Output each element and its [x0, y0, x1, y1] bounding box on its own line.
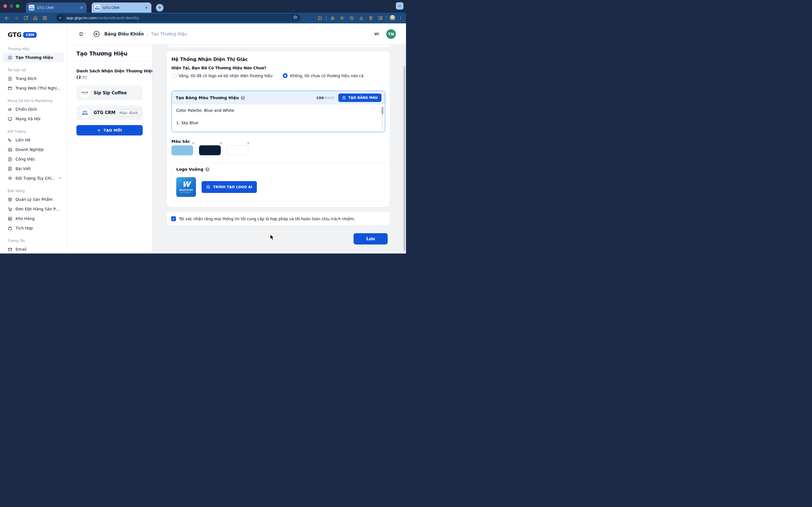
- zoom-window-button[interactable]: [16, 4, 19, 8]
- sidebar-item-email[interactable]: Email: [3, 244, 64, 253]
- legal-confirmation-row: Tôi xác nhận rằng mọi thông tin tôi cung…: [167, 212, 390, 225]
- radio-has-brand-label[interactable]: Vâng, tôi đã có logo và bộ nhận diện thư…: [179, 73, 273, 78]
- remove-swatch-icon[interactable]: ✕: [247, 142, 250, 145]
- colors-label: Màu Sắc: [171, 139, 190, 144]
- browser-toolbar: app.gtgcrm.com/content/brand-identity: [0, 13, 406, 23]
- radio-no-brand-selected[interactable]: [283, 73, 288, 78]
- favorites-button[interactable]: [337, 14, 347, 22]
- sidebar-item-mang-xa-hoi[interactable]: Mạng Xã Hội: [3, 114, 64, 124]
- breadcrumb-current: Tạo Thương Hiệu: [151, 32, 187, 37]
- brand-name: Sip Sip Coffee: [94, 91, 140, 96]
- history-button[interactable]: [347, 14, 356, 22]
- sidebar-item-label: Kho Hàng: [15, 216, 62, 221]
- forward-arrow-icon: [13, 15, 19, 21]
- brand-name: GTG CRM: [94, 110, 115, 115]
- radio-no-brand-label[interactable]: Không, tôi chưa có thương hiệu nào cả: [290, 73, 364, 78]
- sidebar-item-tao-thuong-hieu[interactable]: Tạo Thương Hiệu: [3, 53, 64, 62]
- radio-has-brand[interactable]: [171, 73, 176, 78]
- reading-list-button[interactable]: [375, 14, 385, 22]
- brand-card-sip-sip-coffee[interactable]: SIP SIP COFFEE. Sip Sip Coffee: [77, 86, 143, 100]
- swatch-white[interactable]: ✕: [227, 145, 248, 155]
- bookmark-star-icon: [293, 15, 298, 20]
- browser-tab-1[interactable]: GTGCRM GTG CRM ✕: [26, 3, 87, 13]
- site-settings-button[interactable]: [57, 15, 63, 21]
- swatch-dark-navy[interactable]: ✕: [199, 145, 221, 155]
- delete-browsing-data-button[interactable]: [366, 14, 375, 22]
- default-badge: Mặc định: [115, 109, 142, 117]
- split-view-icon: [42, 15, 47, 20]
- sidebar: GTG CRM Thương Hiệu Tạo Thương Hiệu Tài …: [0, 23, 67, 253]
- split-view-button[interactable]: [40, 14, 50, 22]
- gtg-crm-logo: GTG CRM: [80, 108, 90, 118]
- create-new-brand-button[interactable]: + TẠO MỚI: [77, 125, 143, 135]
- close-window-button[interactable]: [3, 4, 7, 8]
- sidebar-section-label: Bán Hàng: [3, 183, 64, 194]
- sidebar-item-bai-viet[interactable]: Bài Viết: [3, 164, 64, 173]
- gtg-crm-app: GTG CRM Thương Hiệu Tạo Thương Hiệu Tài …: [0, 23, 406, 253]
- remove-swatch-icon[interactable]: ✕: [219, 142, 222, 145]
- sidebar-item-cong-viec[interactable]: Công Việc: [3, 154, 64, 164]
- generate-logo-ai-button[interactable]: AI TRÌNH TẠO LOGO AI: [202, 181, 257, 193]
- breadcrumb-back-button[interactable]: [93, 31, 100, 38]
- uploaded-logo-thumbnail[interactable]: W WHATEVER STUDIO: [176, 177, 196, 197]
- layers-icon: [8, 176, 12, 181]
- textarea-scrollbar-thumb[interactable]: [382, 107, 384, 114]
- palette-textarea[interactable]: Color Palette: Blue and White 1. Sky Blu…: [172, 105, 385, 131]
- back-button[interactable]: [2, 14, 11, 22]
- history-clock-icon: [349, 15, 354, 21]
- home-icon: [33, 15, 38, 20]
- sidebar-item-doanh-nghiep[interactable]: Doanh Nghiệp: [3, 145, 64, 154]
- close-tab-icon[interactable]: ✕: [80, 6, 84, 10]
- trash-icon: [368, 15, 373, 20]
- extensions-button[interactable]: [315, 14, 325, 22]
- home-button[interactable]: [31, 14, 40, 22]
- incognito-indicator[interactable]: [327, 14, 337, 22]
- browser-tab-2-active[interactable]: GTGCRM GTG CRM ✕: [92, 3, 151, 13]
- forward-button[interactable]: [11, 14, 21, 22]
- browser-profile-avatar[interactable]: [389, 15, 396, 21]
- app-header: Bảng Điều Khiển › Tạo Thương Hiệu VI TN: [67, 23, 406, 45]
- sidebar-item-doi-tuong-tuy-chinh[interactable]: Đối Tượng Tùy Chỉnh: [3, 173, 64, 183]
- generate-palette-button[interactable]: AI TẠO BẢNG MÀU: [338, 94, 382, 102]
- browser-menu-button[interactable]: [397, 14, 404, 22]
- close-tab-icon[interactable]: ✕: [144, 6, 149, 10]
- sidebar-item-label: Email: [15, 247, 62, 251]
- user-avatar[interactable]: TN: [386, 29, 396, 39]
- sidebar-item-lien-he[interactable]: Liên Hệ: [3, 135, 64, 145]
- sidebar-item-chien-dich[interactable]: Chiến Dịch: [3, 105, 64, 114]
- textarea-scrollbar[interactable]: [382, 106, 384, 130]
- confirm-checkbox-checked[interactable]: [171, 216, 176, 221]
- address-bar[interactable]: app.gtgcrm.com/content/brand-identity: [56, 14, 301, 22]
- brand-panel: Tạo Thương Hiệu Danh Sách Nhận Diện Thươ…: [67, 45, 152, 253]
- brand-card-gtg-crm[interactable]: GTG CRM GTG CRM Mặc định: [77, 105, 143, 120]
- back-circle-icon: [93, 31, 100, 38]
- sidebar-item-trang-web[interactable]: Trang Web (Thử Nghi...: [3, 83, 64, 93]
- downloads-button[interactable]: [356, 14, 366, 22]
- minimize-window-button[interactable]: [10, 4, 13, 8]
- bookmark-button[interactable]: [293, 15, 298, 21]
- sidebar-item-kho-hang[interactable]: Kho Hàng: [3, 214, 64, 223]
- tab-search-chevron-button[interactable]: [396, 2, 403, 10]
- help-icon[interactable]: ?: [205, 167, 209, 172]
- swatch-sky-blue[interactable]: ✕: [171, 145, 193, 155]
- page-scrollbar[interactable]: [403, 46, 405, 252]
- panel-toggle-button[interactable]: [77, 30, 86, 38]
- briefcase-icon: [8, 147, 12, 152]
- palette-header: Tạo Bảng Màu Thương Hiệu ? 199/5000 AI T…: [172, 91, 385, 105]
- language-selector[interactable]: VI: [374, 32, 378, 36]
- sidebar-item-label: Trang Đích: [15, 76, 62, 81]
- sidebar-item-quan-ly-san-pham[interactable]: Quản Lý Sản Phẩm: [3, 194, 64, 204]
- help-icon[interactable]: ?: [241, 96, 245, 100]
- sidebar-item-trang-dich[interactable]: Trang Đích: [3, 74, 64, 83]
- incognito-icon: [330, 15, 335, 21]
- new-tab-button[interactable]: +: [156, 4, 163, 11]
- chevron-down-icon: [58, 176, 62, 180]
- scrolled-card-bottom: [167, 45, 390, 47]
- save-button[interactable]: Lưu: [354, 233, 388, 244]
- sidebar-item-don-dat-hang[interactable]: Đơn Đặt Hàng Sản Ph...: [3, 204, 64, 214]
- breadcrumb-dashboard[interactable]: Bảng Điều Khiển: [104, 32, 144, 37]
- remove-swatch-icon[interactable]: ✕: [192, 142, 195, 145]
- sidebar-item-tich-hop[interactable]: Tích Hợp: [3, 223, 64, 233]
- reload-button[interactable]: [21, 14, 31, 22]
- page-scrollbar-thumb[interactable]: [403, 66, 405, 251]
